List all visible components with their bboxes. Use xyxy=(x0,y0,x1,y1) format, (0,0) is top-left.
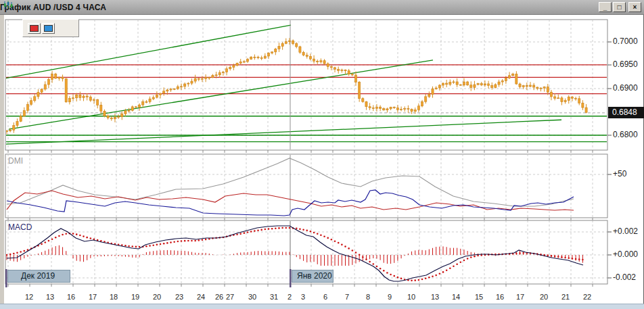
red-square-button[interactable] xyxy=(28,23,41,34)
candle xyxy=(348,71,350,74)
candle xyxy=(456,82,458,85)
candle xyxy=(582,103,584,108)
macd-signal-dot xyxy=(352,249,354,252)
macd-signal-dot xyxy=(152,244,154,246)
candle xyxy=(400,109,402,110)
candle xyxy=(97,99,99,105)
candle xyxy=(278,46,280,49)
candle xyxy=(550,92,552,97)
macd-signal-dot xyxy=(380,268,382,270)
candle xyxy=(34,97,36,101)
macd-signal-dot xyxy=(145,245,147,247)
candle xyxy=(487,84,489,86)
macd-signal-dot xyxy=(160,243,162,245)
candle xyxy=(372,108,374,108)
candle xyxy=(20,116,22,122)
chart-canvas[interactable] xyxy=(0,0,644,309)
candle xyxy=(243,62,245,62)
macd-signal-dot xyxy=(260,229,262,231)
candle xyxy=(118,117,120,118)
candle xyxy=(128,110,130,111)
candle xyxy=(89,97,91,101)
candle xyxy=(393,108,395,108)
macd-signal-dot xyxy=(205,239,207,241)
candle xyxy=(407,109,409,110)
candle xyxy=(83,96,85,97)
candle xyxy=(222,72,224,73)
macd-signal-dot xyxy=(72,233,74,235)
candle xyxy=(51,74,53,79)
candle xyxy=(341,70,343,70)
macd-signal-dot xyxy=(551,255,553,257)
candle xyxy=(110,118,112,118)
candle xyxy=(561,98,563,102)
macd-signal-dot xyxy=(338,242,340,244)
candle xyxy=(557,98,559,99)
candle xyxy=(288,41,290,41)
blue-square-button[interactable] xyxy=(42,23,55,34)
candle xyxy=(323,61,325,64)
macd-signal-dot xyxy=(327,237,329,239)
candle xyxy=(131,107,133,111)
candle xyxy=(215,75,217,76)
macd-signal-dot xyxy=(474,256,476,258)
candle xyxy=(47,80,49,85)
candle xyxy=(201,78,203,79)
macd-signal-dot xyxy=(79,235,81,237)
candle xyxy=(334,68,336,70)
candle xyxy=(41,89,43,93)
macd-signal-dot xyxy=(561,256,563,258)
candle xyxy=(16,122,18,126)
candle xyxy=(309,56,311,59)
macd-signal-dot xyxy=(386,272,388,274)
candle xyxy=(72,98,74,99)
candle xyxy=(474,85,476,87)
candle xyxy=(104,111,106,116)
macd-signal-dot xyxy=(390,274,392,276)
candle xyxy=(191,81,193,83)
candle xyxy=(184,84,186,87)
candle xyxy=(365,101,367,106)
window-bottom-strip xyxy=(0,304,644,309)
candle xyxy=(271,52,273,53)
candle xyxy=(519,84,521,87)
macd-signal-dot xyxy=(519,252,521,254)
macd-signal-dot xyxy=(90,237,92,239)
candle xyxy=(156,95,158,97)
candle xyxy=(522,86,524,87)
candle xyxy=(578,99,580,103)
candle xyxy=(480,84,482,85)
candle xyxy=(285,42,287,44)
candle xyxy=(313,59,315,61)
candle xyxy=(275,49,277,52)
macd-signal-dot xyxy=(439,272,441,275)
macd-signal-dot xyxy=(44,241,46,243)
candle xyxy=(100,105,102,111)
macd-signal-dot xyxy=(365,258,367,260)
candle xyxy=(449,82,451,85)
candle xyxy=(369,107,371,108)
candle xyxy=(62,77,64,78)
candle xyxy=(484,84,486,85)
macd-signal-dot xyxy=(271,228,273,230)
candle xyxy=(417,106,419,110)
candle xyxy=(208,78,210,78)
app-window: График AUD /USD 4 ЧАСА _ □ × DMI MACD 0.… xyxy=(0,0,644,309)
candle xyxy=(37,93,39,97)
macd-signal-dot xyxy=(442,271,444,273)
candle xyxy=(571,97,573,98)
candle xyxy=(246,59,248,62)
candle xyxy=(260,57,262,58)
macd-signal-dot xyxy=(334,240,336,242)
candle xyxy=(302,52,304,55)
macd-signal-dot xyxy=(24,250,26,252)
macd-signal-dot xyxy=(285,227,288,229)
candle xyxy=(163,91,165,93)
macd-signal-dot xyxy=(16,252,18,254)
candle xyxy=(547,87,549,93)
macd-signal-dot xyxy=(41,243,43,245)
candle xyxy=(135,107,137,108)
candle xyxy=(338,70,340,71)
macd-signal-dot xyxy=(156,244,158,246)
candle xyxy=(491,86,493,88)
